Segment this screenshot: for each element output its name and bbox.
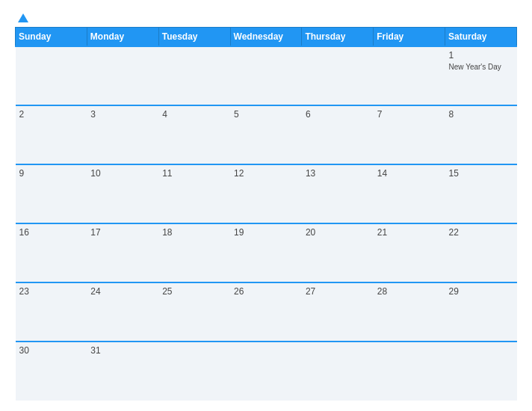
logo-triangle-icon (18, 13, 28, 22)
calendar-cell: 21 (374, 223, 445, 282)
calendar-cell (374, 46, 445, 105)
calendar-cell: 29 (445, 282, 517, 342)
calendar-cell: 16 (16, 223, 87, 282)
calendar-cell (445, 342, 517, 401)
day-number: 17 (90, 227, 155, 238)
calendar-cell (158, 342, 230, 401)
calendar-page: SundayMondayTuesdayWednesdayThursdayFrid… (0, 0, 532, 411)
calendar-cell: 18 (158, 223, 230, 282)
day-number: 20 (306, 227, 370, 238)
country-label (457, 13, 517, 21)
day-number: 22 (449, 227, 513, 238)
calendar-cell: 1New Year's Day (445, 46, 517, 105)
calendar-week-row: 9101112131415 (16, 164, 517, 223)
day-number: 25 (162, 286, 226, 297)
calendar-cell (302, 342, 374, 401)
calendar-cell: 27 (302, 282, 374, 342)
calendar-cell (230, 46, 302, 105)
calendar-week-row: 1New Year's Day (16, 46, 517, 105)
calendar-cell: 22 (445, 223, 517, 282)
day-number: 19 (234, 227, 298, 238)
weekday-header-saturday: Saturday (445, 28, 517, 47)
calendar-cell: 7 (374, 105, 445, 164)
calendar-cell: 3 (87, 105, 158, 164)
calendar-cell: 13 (302, 164, 374, 223)
day-number: 27 (306, 286, 370, 297)
calendar-cell: 25 (158, 282, 230, 342)
day-number: 3 (90, 109, 155, 120)
calendar-cell (16, 46, 87, 105)
weekday-header-monday: Monday (87, 28, 158, 47)
calendar-cell (374, 342, 445, 401)
calendar-cell: 31 (87, 342, 158, 401)
day-number: 7 (377, 109, 442, 120)
day-number: 12 (234, 168, 298, 179)
calendar-cell: 15 (445, 164, 517, 223)
day-number: 24 (90, 286, 155, 297)
day-number: 28 (377, 286, 442, 297)
calendar-cell: 28 (374, 282, 445, 342)
calendar-cell: 26 (230, 282, 302, 342)
calendar-cell: 19 (230, 223, 302, 282)
day-number: 18 (162, 227, 226, 238)
calendar-cell: 20 (302, 223, 374, 282)
day-number: 8 (449, 109, 513, 120)
weekday-header-tuesday: Tuesday (158, 28, 230, 47)
day-number: 29 (449, 286, 513, 297)
calendar-cell: 11 (158, 164, 230, 223)
calendar-cell: 14 (374, 164, 445, 223)
calendar-cell (302, 46, 374, 105)
day-number: 11 (162, 168, 226, 179)
day-number: 15 (449, 168, 513, 179)
weekday-header-row: SundayMondayTuesdayWednesdayThursdayFrid… (16, 28, 517, 47)
calendar-cell: 23 (16, 282, 87, 342)
calendar-cell: 4 (158, 105, 230, 164)
calendar-week-row: 3031 (16, 342, 517, 401)
day-number: 30 (19, 345, 84, 356)
day-number: 6 (306, 109, 370, 120)
calendar-cell: 9 (16, 164, 87, 223)
holiday-name: New Year's Day (449, 62, 513, 72)
day-number: 26 (234, 286, 298, 297)
day-number: 1 (449, 50, 513, 61)
day-number: 13 (306, 168, 370, 179)
calendar-cell: 2 (16, 105, 87, 164)
calendar-cell: 24 (87, 282, 158, 342)
day-number: 21 (377, 227, 442, 238)
day-number: 4 (162, 109, 226, 120)
weekday-header-thursday: Thursday (302, 28, 374, 47)
weekday-header-wednesday: Wednesday (230, 28, 302, 47)
calendar-cell: 8 (445, 105, 517, 164)
day-number: 31 (90, 345, 155, 356)
calendar-cell (230, 342, 302, 401)
calendar-header (15, 13, 517, 22)
calendar-cell: 17 (87, 223, 158, 282)
calendar-cell: 5 (230, 105, 302, 164)
calendar-cell: 6 (302, 105, 374, 164)
calendar-week-row: 23242526272829 (16, 282, 517, 342)
calendar-week-row: 2345678 (16, 105, 517, 164)
day-number: 9 (19, 168, 84, 179)
day-number: 2 (19, 109, 84, 120)
calendar-week-row: 16171819202122 (16, 223, 517, 282)
day-number: 5 (234, 109, 298, 120)
calendar-table: SundayMondayTuesdayWednesdayThursdayFrid… (15, 27, 517, 401)
day-number: 10 (90, 168, 155, 179)
day-number: 16 (19, 227, 84, 238)
day-number: 23 (19, 286, 84, 297)
calendar-cell: 10 (87, 164, 158, 223)
calendar-cell (158, 46, 230, 105)
calendar-cell (87, 46, 158, 105)
calendar-cell: 30 (16, 342, 87, 401)
weekday-header-sunday: Sunday (16, 28, 87, 47)
weekday-header-friday: Friday (374, 28, 445, 47)
calendar-cell: 12 (230, 164, 302, 223)
logo-blue-text (15, 13, 28, 22)
logo (15, 13, 28, 22)
day-number: 14 (377, 168, 442, 179)
